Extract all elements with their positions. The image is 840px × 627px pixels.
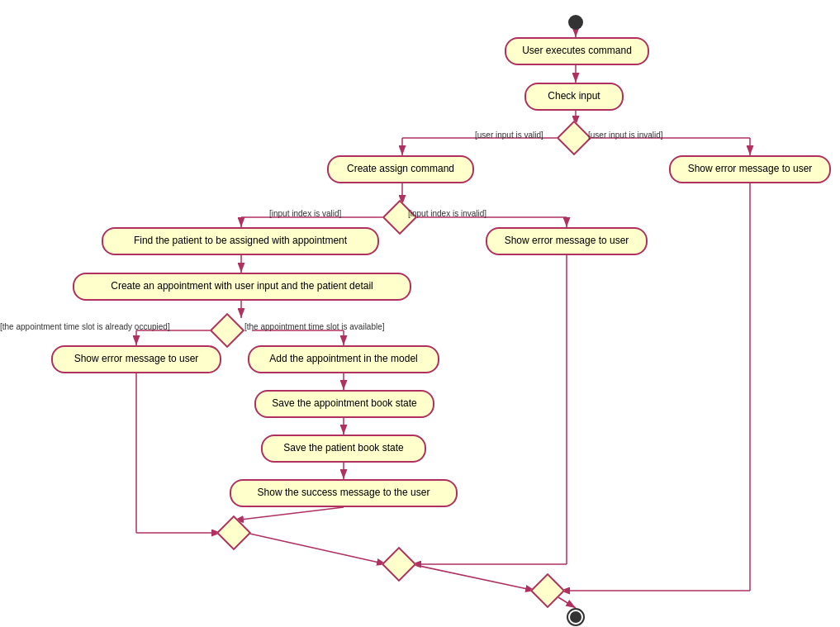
arrows-svg	[0, 0, 840, 627]
find-patient-node: Find the patient to be assigned with app…	[102, 227, 379, 255]
end-node	[567, 608, 585, 626]
label-invalid-1: [user input is invalid]	[588, 131, 663, 140]
svg-line-25	[246, 533, 387, 564]
add-appointment-node: Add the appointment in the model	[248, 345, 439, 373]
save-appointment-node: Save the appointment book state	[254, 390, 434, 418]
label-occupied: [the appointment time slot is already oc…	[0, 322, 170, 331]
create-appointment-node: Create an appointment with user input an…	[73, 273, 411, 301]
save-patient-node: Save the patient book state	[261, 435, 426, 463]
label-invalid-2: [input index is invalid]	[408, 209, 486, 218]
label-valid-1: [user input is valid]	[475, 131, 543, 140]
show-success-node: Show the success message to the user	[230, 479, 458, 507]
show-error-2-node: Show error message to user	[486, 227, 648, 255]
show-error-3-node: Show error message to user	[51, 345, 221, 373]
svg-line-28	[411, 564, 535, 591]
label-available: [the appointment time slot is available]	[244, 322, 385, 331]
create-assign-command-node: Create assign command	[327, 155, 474, 183]
user-executes-command-node: User executes command	[505, 37, 649, 65]
label-valid-2: [input index is valid]	[269, 209, 341, 218]
activity-diagram: User executes command Check input Create…	[0, 0, 840, 627]
end-node-inner	[570, 611, 581, 623]
check-input-node: Check input	[524, 83, 624, 111]
start-node	[568, 15, 583, 30]
svg-line-22	[234, 507, 344, 520]
show-error-1-node: Show error message to user	[669, 155, 831, 183]
